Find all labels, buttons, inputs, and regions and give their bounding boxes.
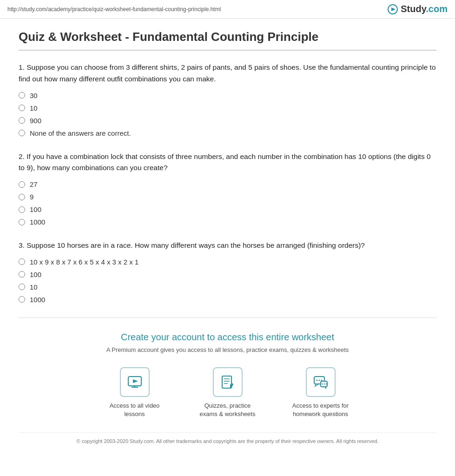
- feature-experts-label: Access to experts for homework questions: [288, 402, 353, 418]
- svg-marker-3: [133, 379, 138, 383]
- quiz-icon: [220, 375, 235, 390]
- question-1-label-3: 900: [30, 117, 41, 125]
- question-3-radio-1[interactable]: [19, 258, 25, 265]
- question-2-radio-4[interactable]: [19, 219, 25, 225]
- question-3-block: 3. Suppose 10 horses are in a race. How …: [19, 240, 436, 304]
- cta-subtitle: A Premium account gives you access to al…: [19, 346, 436, 353]
- logo-text: Study.com: [401, 4, 448, 14]
- top-bar: http://study.com/academy/practice/quiz-w…: [0, 0, 455, 19]
- title-divider: [19, 50, 436, 51]
- feature-experts: Access to experts for homework questions: [288, 367, 353, 418]
- question-2-label-1: 27: [30, 180, 38, 188]
- question-1-option-2[interactable]: 10: [19, 104, 436, 112]
- question-3-option-3[interactable]: 10: [19, 283, 436, 291]
- question-2-text: 2. If you have a combination lock that c…: [19, 151, 436, 174]
- question-3-label-4: 1000: [30, 296, 45, 304]
- url-bar: http://study.com/academy/practice/quiz-w…: [7, 6, 221, 13]
- question-3-label-1: 10 x 9 x 8 x 7 x 6 x 5 x 4 x 3 x 2 x 1: [30, 258, 138, 266]
- question-1-radio-1[interactable]: [19, 92, 25, 99]
- features-container: Access to all video lessons Quizzes, pra…: [19, 367, 436, 418]
- question-1-label-2: 10: [30, 104, 38, 112]
- question-3-radio-4[interactable]: [19, 296, 25, 303]
- question-3-option-1[interactable]: 10 x 9 x 8 x 7 x 6 x 5 x 4 x 3 x 2 x 1: [19, 258, 436, 266]
- question-1-radio-2[interactable]: [19, 105, 25, 111]
- question-1-label-4: None of the answers are correct.: [30, 129, 131, 137]
- question-3-text: 3. Suppose 10 horses are in a race. How …: [19, 240, 436, 251]
- cta-title: Create your account to access this entir…: [19, 332, 436, 343]
- question-2-radio-2[interactable]: [19, 194, 25, 200]
- cta-section: Create your account to access this entir…: [19, 317, 436, 450]
- feature-quiz: Quizzes, practice exams & worksheets: [195, 367, 260, 418]
- feature-video-label: Access to all video lessons: [102, 402, 167, 418]
- question-2-option-4[interactable]: 1000: [19, 218, 436, 226]
- question-2-label-3: 100: [30, 205, 41, 213]
- question-3-label-3: 10: [30, 283, 38, 291]
- feature-quiz-label: Quizzes, practice exams & worksheets: [195, 402, 260, 418]
- question-2-option-3[interactable]: 100: [19, 205, 436, 213]
- question-2-label-4: 1000: [30, 218, 45, 226]
- question-1-option-1[interactable]: 30: [19, 92, 436, 99]
- footer-copyright: © copyright 2003-2020 Study.com. All oth…: [19, 432, 436, 450]
- question-1-option-4[interactable]: None of the answers are correct.: [19, 129, 436, 137]
- question-3-option-2[interactable]: 100: [19, 271, 436, 278]
- svg-marker-1: [391, 7, 396, 11]
- svg-point-16: [322, 383, 323, 384]
- video-icon-box: [120, 367, 150, 397]
- page-title: Quiz & Worksheet - Fundamental Counting …: [19, 30, 436, 44]
- studycom-logo-icon: [388, 4, 398, 14]
- svg-point-18: [325, 383, 326, 384]
- question-3-option-4[interactable]: 1000: [19, 296, 436, 304]
- question-3-radio-2[interactable]: [19, 271, 25, 278]
- svg-point-12: [316, 379, 317, 381]
- question-2-label-2: 9: [30, 193, 33, 201]
- question-3-label-2: 100: [30, 271, 41, 278]
- logo-area: Study.com: [388, 4, 448, 14]
- question-1-radio-3[interactable]: [19, 117, 25, 124]
- question-2-radio-1[interactable]: [19, 181, 25, 188]
- question-2-block: 2. If you have a combination lock that c…: [19, 151, 436, 226]
- chat-icon: [313, 375, 328, 390]
- question-1-block: 1. Suppose you can choose from 3 differe…: [19, 62, 436, 137]
- svg-point-17: [323, 383, 324, 384]
- question-1-text: 1. Suppose you can choose from 3 differe…: [19, 62, 436, 85]
- chat-icon-box: [306, 367, 336, 397]
- main-content: Quiz & Worksheet - Fundamental Counting …: [0, 19, 455, 464]
- question-1-option-3[interactable]: 900: [19, 117, 436, 125]
- video-play-icon: [127, 375, 142, 390]
- feature-video: Access to all video lessons: [102, 367, 167, 418]
- question-2-option-2[interactable]: 9: [19, 193, 436, 201]
- question-1-radio-4[interactable]: [19, 130, 25, 136]
- question-3-radio-3[interactable]: [19, 284, 25, 290]
- quiz-icon-box: [213, 367, 243, 397]
- svg-point-13: [318, 379, 320, 381]
- question-1-label-1: 30: [30, 92, 38, 99]
- question-2-option-1[interactable]: 27: [19, 180, 436, 188]
- question-2-radio-3[interactable]: [19, 206, 25, 213]
